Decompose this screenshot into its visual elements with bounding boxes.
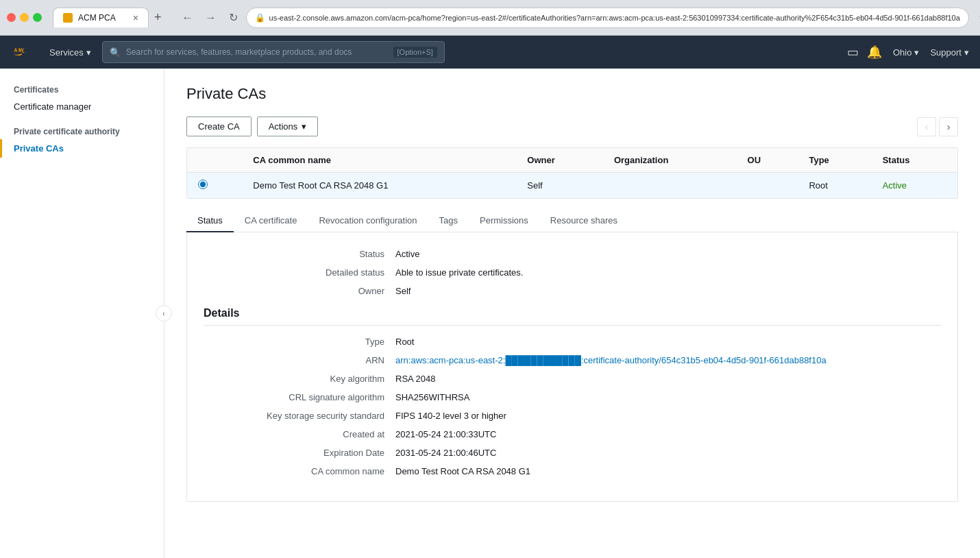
owner-label: Owner (204, 286, 395, 296)
aws-top-nav: Services ▾ 🔍 [Option+S] ▭ 🔔 Ohio ▾ Suppo… (0, 36, 980, 69)
cloud-shell-icon[interactable]: ▭ (847, 45, 859, 60)
detailed-status-value: Able to issue private certificates. (395, 267, 941, 278)
sidebar-section-pca: Private certificate authority (0, 116, 164, 139)
detailed-status-label: Detailed status (204, 267, 395, 278)
row-status: Active (872, 173, 957, 199)
crl-sig-row: CRL signature algorithm SHA256WITHRSA (204, 392, 941, 402)
table-row[interactable]: Demo Test Root CA RSA 2048 G1 Self Root … (187, 173, 957, 199)
ca-table: CA common name Owner Organization OU Typ… (187, 148, 957, 198)
ca-table-container: CA common name Owner Organization OU Typ… (186, 147, 958, 199)
row-organization (603, 173, 737, 199)
region-chevron-icon: ▾ (914, 47, 919, 58)
lock-icon: 🔒 (255, 13, 265, 23)
global-search-bar[interactable]: 🔍 [Option+S] (102, 41, 445, 63)
address-bar[interactable]: 🔒 us-east-2.console.aws.amazon.com/acm-p… (246, 8, 969, 28)
tab-ca-certificate[interactable]: CA certificate (234, 210, 308, 232)
col-organization: Organization (603, 148, 737, 173)
sidebar-item-private-cas[interactable]: Private CAs (0, 139, 164, 158)
ca-common-name-detail-value: Demo Test Root CA RSA 2048 G1 (395, 466, 941, 476)
search-input[interactable] (126, 47, 388, 57)
created-at-value: 2021-05-24 21:00:33UTC (395, 429, 941, 439)
support-menu[interactable]: Support ▾ (930, 47, 969, 58)
new-tab-btn[interactable]: + (149, 8, 167, 27)
actions-button[interactable]: Actions ▾ (257, 117, 319, 136)
ca-common-name-detail-label: CA common name (204, 466, 395, 476)
next-page-btn[interactable]: › (939, 117, 958, 136)
actions-label: Actions (269, 121, 298, 132)
forward-btn[interactable]: → (201, 10, 221, 25)
sidebar-item-cert-manager[interactable]: Certificate manager (0, 97, 164, 116)
owner-value: Self (395, 286, 941, 296)
maximize-window-btn[interactable] (33, 13, 42, 22)
app-layout: Certificates Certificate manager Private… (0, 69, 980, 558)
table-nav-arrows: ‹ › (917, 117, 958, 136)
details-title: Details (204, 307, 941, 326)
sidebar-section-certificates: Certificates (0, 80, 164, 97)
row-type: Root (798, 173, 871, 199)
tab-tags[interactable]: Tags (428, 210, 469, 232)
notifications-icon[interactable]: 🔔 (867, 45, 882, 60)
status-value: Active (395, 249, 941, 259)
col-owner: Owner (516, 148, 603, 173)
browser-chrome: ACM PCA × + ← → ↻ 🔒 us-east-2.console.aw… (0, 0, 980, 36)
ca-common-name-row: CA common name Demo Test Root CA RSA 204… (204, 466, 941, 476)
key-algorithm-label: Key algorithm (204, 374, 395, 384)
col-ou: OU (737, 148, 798, 173)
arn-value[interactable]: arn:aws:acm-pca:us-east-2:████████████:c… (395, 355, 941, 365)
search-shortcut: [Option+S] (393, 47, 437, 58)
key-algorithm-value: RSA 2048 (395, 374, 941, 384)
type-value: Root (395, 337, 941, 347)
tab-close-btn[interactable]: × (133, 12, 138, 23)
detail-tabs: Status CA certificate Revocation configu… (186, 210, 958, 232)
refresh-btn[interactable]: ↻ (225, 10, 242, 25)
expiration-label: Expiration Date (204, 448, 395, 458)
details-section: Details Type Root ARN arn:aws:acm-pca:us… (204, 307, 941, 476)
crl-sig-value: SHA256WITHRSA (395, 392, 941, 402)
services-menu-btn[interactable]: Services ▾ (49, 47, 91, 58)
browser-window-controls (7, 13, 42, 22)
region-label: Ohio (893, 47, 911, 58)
tab-title: ACM PCA (78, 13, 116, 23)
type-label: Type (204, 337, 395, 347)
key-algorithm-row: Key algorithm RSA 2048 (204, 374, 941, 384)
row-radio[interactable] (187, 173, 242, 199)
expiration-row: Expiration Date 2031-05-24 21:00:46UTC (204, 448, 941, 458)
tab-revocation-config[interactable]: Revocation configuration (308, 210, 428, 232)
sidebar: Certificates Certificate manager Private… (0, 69, 164, 558)
col-ca-common-name: CA common name (242, 148, 516, 173)
services-label: Services (49, 47, 84, 58)
support-label: Support (930, 47, 961, 58)
created-at-row: Created at 2021-05-24 21:00:33UTC (204, 429, 941, 439)
page-title: Private CAs (186, 85, 958, 103)
tab-resource-shares[interactable]: Resource shares (539, 210, 628, 232)
tab-permissions[interactable]: Permissions (469, 210, 539, 232)
status-row: Status Active (204, 249, 941, 259)
arn-label: ARN (204, 355, 395, 365)
key-storage-label: Key storage security standard (204, 411, 395, 421)
toolbar: Create CA Actions ▾ ‹ › (186, 117, 958, 136)
back-btn[interactable]: ← (178, 10, 197, 25)
created-at-label: Created at (204, 429, 395, 439)
expiration-value: 2031-05-24 21:00:46UTC (395, 448, 941, 458)
actions-chevron-icon: ▾ (302, 121, 306, 132)
create-ca-button[interactable]: Create CA (186, 117, 252, 136)
col-status: Status (872, 148, 957, 173)
row-owner: Self (516, 173, 603, 199)
prev-page-btn[interactable]: ‹ (917, 117, 936, 136)
owner-row: Owner Self (204, 286, 941, 296)
close-window-btn[interactable] (7, 13, 16, 22)
search-icon: 🔍 (110, 47, 121, 58)
region-selector[interactable]: Ohio ▾ (893, 47, 919, 58)
detail-panel: Status Active Detailed status Able to is… (186, 232, 958, 502)
arn-row: ARN arn:aws:acm-pca:us-east-2:██████████… (204, 355, 941, 365)
col-select (187, 148, 242, 173)
tab-bar: ACM PCA × + (53, 8, 167, 27)
sidebar-toggle-btn[interactable]: ‹ (156, 305, 172, 322)
detailed-status-row: Detailed status Able to issue private ce… (204, 267, 941, 278)
active-tab[interactable]: ACM PCA × (53, 8, 149, 27)
tab-favicon (63, 13, 73, 23)
services-chevron-icon: ▾ (86, 47, 91, 58)
tab-status[interactable]: Status (186, 210, 234, 232)
aws-logo[interactable] (11, 43, 33, 61)
minimize-window-btn[interactable] (20, 13, 29, 22)
